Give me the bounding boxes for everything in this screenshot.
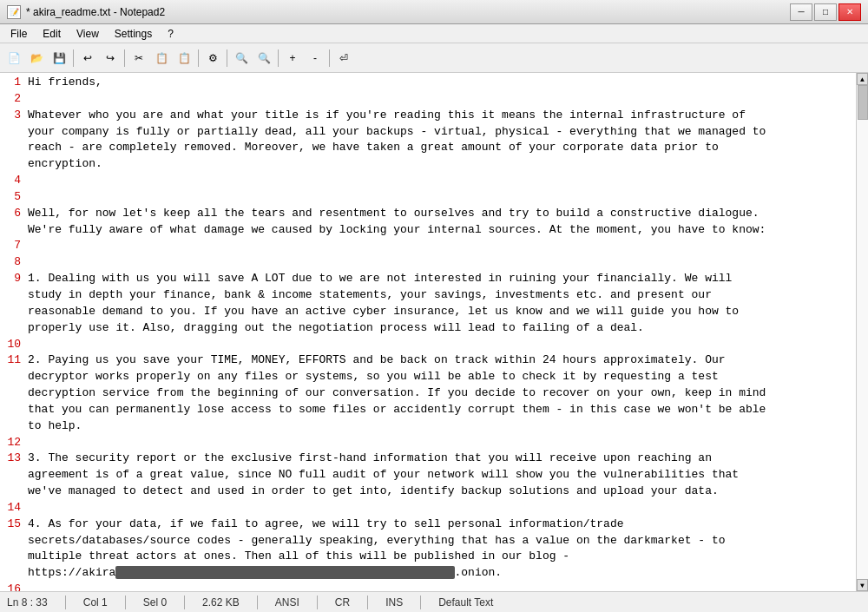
status-sep-2: [125, 596, 126, 609]
editor-line: Whatever who you are and what your title…: [28, 108, 852, 124]
line-number: 8: [3, 254, 21, 271]
editor-line: we've managed to detect and used in orde…: [28, 484, 852, 500]
window-controls[interactable]: ─ □ ✕: [790, 3, 861, 21]
line-number: [3, 467, 21, 484]
menu-help[interactable]: ?: [161, 26, 181, 42]
status-sep-6: [367, 596, 368, 609]
menu-edit[interactable]: Edit: [36, 26, 68, 42]
title-bar: 📝 * akira_readme.txt - Notepad2 ─ □ ✕: [0, 0, 868, 24]
editor-line: [28, 435, 852, 451]
menu-file[interactable]: File: [3, 26, 34, 42]
editor-line: multiple threat actors at ones. Then all…: [28, 549, 852, 565]
line-number: [3, 402, 21, 418]
app-icon: 📝: [7, 5, 21, 19]
scroll-track[interactable]: [857, 85, 868, 579]
scroll-thumb[interactable]: [858, 85, 868, 120]
line-number: [3, 156, 21, 173]
editor-line: [28, 189, 852, 206]
toolbar-redo[interactable]: ↪: [100, 48, 121, 69]
editor-line: We're fully aware of what damage we caus…: [28, 222, 852, 239]
toolbar-find[interactable]: 🔍: [231, 48, 252, 69]
line-number: [3, 385, 21, 402]
status-bar: Ln 8 : 33 Col 1 Sel 0 2.62 KB ANSI CR IN…: [0, 591, 868, 612]
toolbar: 📄 📂 💾 ↩ ↪ ✂ 📋 📋 ⚙ 🔍 🔍 + - ⏎: [0, 43, 868, 73]
line-number: 10: [3, 337, 21, 353]
status-eol: CR: [335, 596, 350, 609]
title-bar-left: 📝 * akira_readme.txt - Notepad2: [7, 5, 165, 19]
toolbar-sep-5: [278, 49, 279, 67]
line-number: [3, 484, 21, 500]
line-number: 12: [3, 435, 21, 451]
toolbar-new[interactable]: 📄: [3, 48, 24, 69]
editor-line: [28, 238, 852, 254]
redacted-text: [115, 566, 454, 579]
toolbar-settings[interactable]: ⚙: [202, 48, 223, 69]
line-number: [3, 565, 21, 582]
toolbar-paste[interactable]: 📋: [174, 48, 194, 69]
line-number: [3, 222, 21, 239]
toolbar-zoom-in[interactable]: +: [282, 48, 303, 69]
editor-line: 2. Paying us you save your TIME, MONEY, …: [28, 352, 852, 369]
toolbar-replace[interactable]: 🔍: [253, 48, 274, 69]
menu-bar: File Edit View Settings ?: [0, 24, 868, 43]
toolbar-save[interactable]: 💾: [49, 48, 69, 69]
editor-line: Well, for now let's keep all the tears a…: [28, 206, 852, 222]
line-number: [3, 369, 21, 385]
editor-line: encryption.: [28, 156, 852, 173]
line-number: 3: [3, 108, 21, 124]
line-number: [3, 124, 21, 141]
status-position: Ln 8 : 33: [7, 596, 48, 609]
editor-line: agreement is of a great value, since NO …: [28, 467, 852, 484]
line-number: [3, 140, 21, 156]
editor-line: properly use it. Also, dragging out the …: [28, 320, 852, 337]
editor-line: [28, 582, 852, 591]
status-encoding: ANSI: [275, 596, 299, 609]
toolbar-open[interactable]: 📂: [26, 48, 47, 69]
editor-line: https://akira .onion.: [28, 565, 852, 582]
line-number: [3, 304, 21, 320]
status-font: Default Text: [438, 596, 493, 609]
line-numbers: 12345678910111213141516171819: [0, 73, 24, 591]
scrollbar-vertical[interactable]: ▲ ▼: [856, 73, 868, 591]
scroll-down-arrow[interactable]: ▼: [857, 579, 868, 591]
editor-content[interactable]: Hi friends, Whatever who you are and wha…: [24, 73, 856, 591]
menu-view[interactable]: View: [69, 26, 106, 42]
toolbar-zoom-out[interactable]: -: [305, 48, 326, 69]
editor-line: 4. As for your data, if we fail to agree…: [28, 517, 852, 533]
line-number: 11: [3, 352, 21, 369]
line-number: 1: [3, 75, 21, 91]
line-number: 2: [3, 91, 21, 108]
editor-container: 12345678910111213141516171819 Hi friends…: [0, 73, 868, 591]
line-number: [3, 418, 21, 435]
toolbar-sep-1: [73, 49, 74, 67]
line-number: [3, 320, 21, 337]
editor-line: that you can permanently lose access to …: [28, 402, 852, 418]
line-number: 15: [3, 517, 21, 533]
minimize-button[interactable]: ─: [790, 3, 812, 21]
menu-settings[interactable]: Settings: [108, 26, 159, 42]
toolbar-wordwrap[interactable]: ⏎: [333, 48, 354, 69]
line-number: 9: [3, 271, 21, 287]
scroll-up-arrow[interactable]: ▲: [857, 73, 868, 85]
toolbar-cut[interactable]: ✂: [128, 48, 149, 69]
status-sep-1: [65, 596, 66, 609]
editor-line: to help.: [28, 418, 852, 435]
toolbar-undo[interactable]: ↩: [77, 48, 98, 69]
editor-line: [28, 254, 852, 271]
editor-line: decryptor works properly on any files or…: [28, 369, 852, 385]
window-title: * akira_readme.txt - Notepad2: [26, 6, 165, 18]
line-number: 13: [3, 451, 21, 467]
close-button[interactable]: ✕: [838, 3, 861, 21]
editor-line: your company is fully or partially dead,…: [28, 124, 852, 141]
toolbar-sep-6: [329, 49, 330, 67]
maximize-button[interactable]: □: [814, 3, 837, 21]
editor-line: 1. Dealing with us you will save A LOT d…: [28, 271, 852, 287]
status-sep-5: [317, 596, 318, 609]
line-number: 5: [3, 189, 21, 206]
toolbar-sep-4: [227, 49, 227, 67]
line-number: [3, 549, 21, 565]
line-number: [3, 287, 21, 304]
line-number: [3, 533, 21, 549]
toolbar-copy[interactable]: 📋: [151, 48, 172, 69]
status-sep-3: [184, 596, 185, 609]
